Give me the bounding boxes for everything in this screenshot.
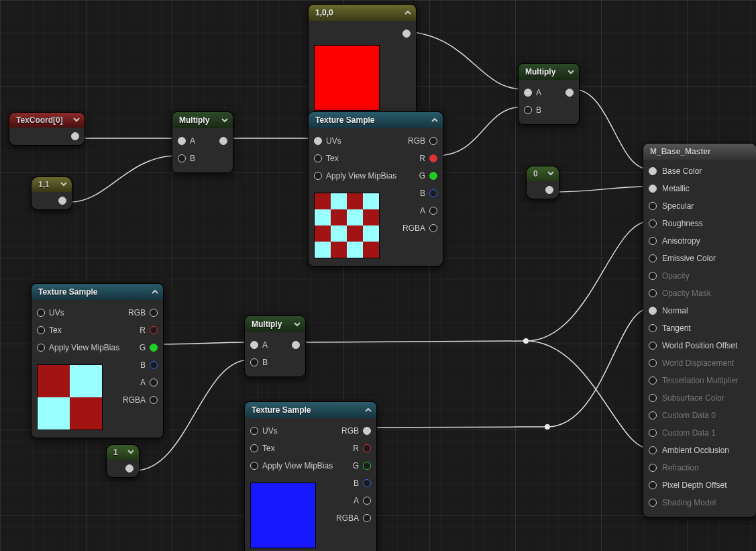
input-pin-mip[interactable] — [314, 172, 322, 180]
node-constant-0[interactable]: 0 — [526, 166, 559, 199]
material-pin[interactable]: Anisotropy — [649, 232, 749, 250]
output-pin-r[interactable] — [150, 326, 158, 334]
input-pin-b[interactable] — [178, 154, 186, 162]
input-pin[interactable] — [649, 307, 657, 315]
input-pin[interactable] — [649, 499, 657, 507]
output-pin-r[interactable] — [429, 154, 437, 162]
input-pin-a[interactable] — [250, 341, 258, 349]
output-pin-a[interactable] — [429, 207, 437, 215]
input-pin[interactable] — [649, 237, 657, 245]
material-pin[interactable]: Pixel Depth Offset — [649, 477, 749, 494]
material-pin[interactable]: Specular — [649, 197, 749, 215]
output-pin[interactable] — [125, 464, 133, 472]
input-pin[interactable] — [649, 446, 657, 454]
node-multiply-2[interactable]: Multiply A B — [518, 63, 580, 125]
material-pin[interactable]: Shading Model — [649, 494, 749, 511]
material-pin[interactable]: Opacity Mask — [649, 285, 749, 302]
material-pin[interactable]: Subsurface Color — [649, 389, 749, 407]
node-texture-sample-2[interactable]: Texture Sample UVsRGB TexR Apply View Mi… — [31, 283, 164, 438]
input-pin-a[interactable] — [524, 89, 532, 97]
material-pin[interactable]: World Position Offset — [649, 337, 749, 354]
node-texcoord[interactable]: TexCoord[0] — [9, 112, 85, 146]
input-pin[interactable] — [649, 464, 657, 472]
node-multiply-1[interactable]: Multiply A B — [172, 111, 233, 173]
input-pin[interactable] — [649, 185, 657, 193]
material-pin[interactable]: World Displacement — [649, 354, 749, 372]
output-pin-g[interactable] — [363, 462, 371, 470]
chevron-up-icon[interactable] — [404, 9, 412, 17]
input-pin-mip[interactable] — [37, 344, 45, 352]
node-multiply-3[interactable]: Multiply A B — [244, 315, 306, 377]
output-pin[interactable] — [292, 341, 300, 349]
material-pin[interactable]: Normal — [649, 302, 749, 319]
output-pin-b[interactable] — [363, 479, 371, 487]
input-pin-uvs[interactable] — [37, 309, 45, 317]
material-pin[interactable]: Refraction — [649, 459, 749, 477]
material-pin[interactable]: Emissive Color — [649, 250, 749, 267]
input-pin[interactable] — [649, 481, 657, 489]
input-pin-uvs[interactable] — [250, 427, 258, 435]
input-pin[interactable] — [649, 167, 657, 175]
output-pin[interactable] — [58, 197, 66, 205]
output-pin-r[interactable] — [363, 444, 371, 452]
input-pin[interactable] — [649, 429, 657, 437]
input-pin-tex[interactable] — [37, 326, 45, 334]
input-pin[interactable] — [649, 411, 657, 419]
material-pin[interactable]: Custom Data 1 — [649, 424, 749, 442]
material-pin[interactable]: Metallic — [649, 180, 749, 197]
output-pin[interactable] — [545, 186, 553, 194]
node-constant-1[interactable]: 1 — [106, 444, 140, 478]
output-pin[interactable] — [402, 30, 411, 38]
chevron-down-icon[interactable] — [567, 68, 575, 76]
output-pin[interactable] — [71, 132, 79, 140]
input-pin-uvs[interactable] — [314, 137, 322, 145]
material-pin[interactable]: Ambient Occlusion — [649, 442, 749, 459]
chevron-down-icon[interactable] — [72, 115, 80, 123]
output-pin-rgba[interactable] — [363, 514, 371, 522]
output-pin-b[interactable] — [429, 189, 437, 197]
output-pin-rgba[interactable] — [150, 396, 158, 404]
input-pin[interactable] — [649, 202, 657, 210]
chevron-up-icon[interactable] — [151, 288, 159, 296]
input-pin[interactable] — [649, 219, 657, 228]
input-pin-b[interactable] — [250, 358, 258, 366]
material-pin[interactable]: Tangent — [649, 319, 749, 337]
chevron-down-icon[interactable] — [293, 320, 301, 328]
chevron-up-icon[interactable] — [431, 116, 439, 124]
input-pin[interactable] — [649, 289, 657, 297]
material-pin[interactable]: Tessellation Multiplier — [649, 372, 749, 389]
node-constant-11[interactable]: 1,1 — [31, 177, 72, 210]
output-pin-b[interactable] — [150, 361, 158, 369]
input-pin-tex[interactable] — [250, 444, 258, 452]
input-pin-tex[interactable] — [314, 154, 322, 162]
input-pin[interactable] — [649, 377, 657, 385]
input-pin-a[interactable] — [178, 137, 186, 145]
input-pin[interactable] — [649, 359, 657, 367]
input-pin[interactable] — [649, 254, 657, 262]
input-pin-b[interactable] — [524, 106, 532, 114]
node-texture-sample-1[interactable]: Texture Sample UVsRGB TexR Apply View Mi… — [308, 111, 443, 266]
material-pin[interactable]: Base Color — [649, 162, 749, 180]
node-texture-sample-3[interactable]: Texture Sample UVsRGB TexR Apply View Mi… — [244, 401, 377, 551]
chevron-down-icon[interactable] — [547, 169, 555, 177]
material-output-node[interactable]: M_Base_Master Base ColorMetallicSpecular… — [643, 143, 756, 517]
input-pin[interactable] — [649, 324, 657, 332]
chevron-down-icon[interactable] — [127, 448, 135, 456]
node-vector-100[interactable]: 1,0,0 — [308, 4, 417, 117]
output-pin-rgb[interactable] — [363, 427, 371, 435]
output-pin-a[interactable] — [150, 379, 158, 387]
output-pin-a[interactable] — [363, 497, 371, 505]
output-pin-rgba[interactable] — [429, 224, 437, 232]
chevron-down-icon[interactable] — [221, 116, 229, 124]
chevron-down-icon[interactable] — [60, 180, 68, 188]
input-pin[interactable] — [649, 342, 657, 350]
output-pin-g[interactable] — [150, 344, 158, 352]
input-pin[interactable] — [649, 394, 657, 402]
material-pin[interactable]: Roughness — [649, 215, 749, 232]
output-pin-rgb[interactable] — [150, 309, 158, 317]
chevron-up-icon[interactable] — [364, 406, 372, 414]
output-pin-g[interactable] — [429, 172, 437, 180]
input-pin-mip[interactable] — [250, 462, 258, 470]
input-pin[interactable] — [649, 272, 657, 280]
material-pin[interactable]: Custom Data 0 — [649, 407, 749, 424]
